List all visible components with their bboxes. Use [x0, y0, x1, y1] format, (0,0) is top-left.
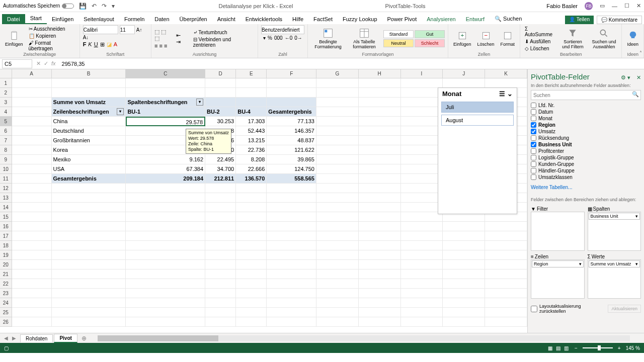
cell[interactable] [236, 184, 267, 193]
formula-input[interactable] [60, 59, 644, 68]
field-checkbox[interactable] [531, 109, 536, 115]
cell[interactable] [12, 250, 52, 260]
zoom-slider[interactable] [583, 347, 613, 348]
cell[interactable] [267, 269, 316, 279]
cell[interactable] [236, 317, 267, 327]
row-header[interactable]: 9 [0, 155, 12, 164]
cell[interactable] [401, 88, 443, 98]
sheet-nav-next-icon[interactable]: ▶ [12, 335, 16, 341]
cell[interactable]: 48.837 [267, 136, 316, 145]
row-header[interactable]: 19 [0, 250, 12, 260]
font-color-button[interactable]: A [114, 41, 117, 48]
cell[interactable] [359, 298, 401, 308]
cell[interactable] [236, 193, 267, 203]
field-item[interactable]: Händler-Gruppe [531, 167, 641, 174]
tab-file[interactable]: Datei [2, 14, 25, 24]
cell[interactable] [316, 231, 359, 241]
cell[interactable] [267, 279, 316, 289]
cell[interactable]: 13.215 [236, 136, 267, 145]
cell[interactable] [236, 250, 267, 260]
find-select-button[interactable]: Suchen und Auswählen [589, 27, 618, 50]
area-chip[interactable]: Region▾ [532, 260, 584, 267]
style-gut[interactable]: Gut [415, 30, 445, 38]
cell[interactable]: BU-1 [126, 107, 205, 117]
cell[interactable] [485, 308, 527, 317]
page-layout-view-icon[interactable]: ▤ [556, 345, 560, 351]
cell[interactable] [12, 241, 52, 250]
cell[interactable]: 136.570 [236, 174, 267, 184]
tab-review[interactable]: Überprüfen [175, 14, 212, 24]
cell[interactable]: 22.666 [236, 164, 267, 174]
row-header[interactable]: 22 [0, 279, 12, 289]
cell[interactable]: 39.865 [267, 155, 316, 164]
more-tables-link[interactable]: Weitere Tabellen... [531, 185, 641, 190]
row-header[interactable]: 15 [0, 212, 12, 222]
cell[interactable] [359, 136, 401, 145]
row-header[interactable]: 13 [0, 193, 12, 203]
cell[interactable] [359, 289, 401, 298]
update-button[interactable]: Aktualisieren [608, 305, 641, 313]
cell[interactable] [316, 279, 359, 289]
cell[interactable] [267, 260, 316, 269]
wrap-text-button[interactable]: ⤶ Textumbruch [192, 29, 255, 36]
cell[interactable]: Korea [52, 145, 126, 155]
cell[interactable] [12, 164, 52, 174]
align-top-icon[interactable]: ⬚ [154, 29, 159, 35]
col-header[interactable]: H [359, 69, 401, 78]
field-checkbox[interactable] [531, 122, 536, 128]
share-button[interactable]: 👤 Teilen [565, 16, 594, 24]
field-item[interactable]: Umsatz [531, 128, 641, 135]
cell[interactable] [12, 136, 52, 145]
tab-help[interactable]: Hilfe [287, 14, 308, 24]
tab-layout[interactable]: Seitenlayout [78, 14, 119, 24]
collapse-ribbon-icon[interactable]: ˄ [639, 50, 642, 56]
cell[interactable] [359, 269, 401, 279]
cell[interactable] [205, 250, 236, 260]
cell[interactable] [485, 279, 527, 289]
cell[interactable]: 22.495 [205, 155, 236, 164]
minimize-icon[interactable]: — [612, 3, 617, 9]
cell[interactable] [205, 203, 236, 212]
cell[interactable]: 52.443 [236, 126, 267, 136]
col-header[interactable]: D [205, 69, 236, 78]
cell[interactable] [126, 308, 205, 317]
cell[interactable]: USA [52, 164, 126, 174]
col-header[interactable]: G [316, 69, 359, 78]
cell[interactable] [485, 269, 527, 279]
align-right-icon[interactable]: ≡ [164, 43, 167, 49]
field-search-input[interactable] [531, 90, 641, 100]
increase-font-icon[interactable]: A↑ [136, 27, 142, 33]
cell[interactable] [267, 184, 316, 193]
cell[interactable] [359, 193, 401, 203]
cell[interactable] [267, 193, 316, 203]
cell[interactable] [401, 212, 443, 222]
cell[interactable] [443, 78, 485, 88]
row-header[interactable]: 21 [0, 269, 12, 279]
cell[interactable] [359, 308, 401, 317]
cell[interactable] [443, 241, 485, 250]
number-format-select[interactable] [261, 25, 304, 34]
cell[interactable] [236, 203, 267, 212]
cell[interactable] [443, 250, 485, 260]
cell[interactable] [401, 126, 443, 136]
cell[interactable] [236, 298, 267, 308]
align-bottom-icon[interactable]: ⬚ [154, 35, 159, 41]
cell[interactable] [316, 136, 359, 145]
cell[interactable] [443, 279, 485, 289]
cell[interactable] [12, 174, 52, 184]
field-checkbox[interactable] [531, 135, 536, 141]
cell[interactable] [205, 279, 236, 289]
row-header[interactable]: 2 [0, 88, 12, 98]
sheet-nav-prev-icon[interactable]: ◀ [4, 335, 8, 341]
zoom-level[interactable]: 145 % [626, 345, 640, 351]
tab-view[interactable]: Ansicht [212, 14, 240, 24]
cell[interactable] [359, 260, 401, 269]
cell[interactable]: 30.253 [205, 117, 236, 126]
cell[interactable] [443, 317, 485, 327]
cell[interactable] [443, 298, 485, 308]
field-checkbox[interactable] [531, 155, 536, 160]
cell[interactable]: 124.750 [267, 164, 316, 174]
cell[interactable] [316, 193, 359, 203]
row-header[interactable]: 20 [0, 260, 12, 269]
row-header[interactable]: 26 [0, 317, 12, 327]
